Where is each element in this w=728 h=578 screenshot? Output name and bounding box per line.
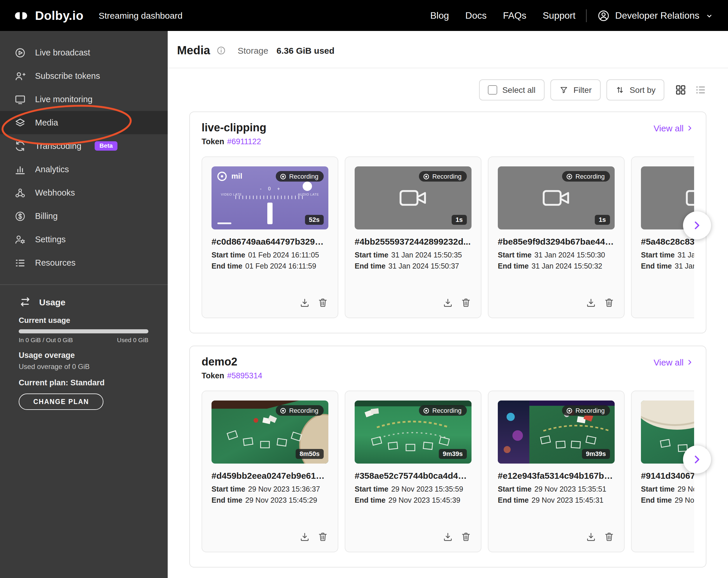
media-thumbnail[interactable]: Recording 9m39s — [498, 401, 615, 464]
download-button[interactable] — [586, 297, 597, 308]
download-icon — [299, 531, 310, 542]
stream-id: #358ae52c75744b0ca4d4ec... — [355, 471, 471, 480]
sidebar-item-resources[interactable]: Resources — [0, 251, 168, 274]
media-layers-icon — [14, 116, 26, 129]
download-button[interactable] — [442, 297, 453, 308]
media-thumbnail[interactable]: Recording 8m50s — [211, 401, 328, 464]
start-time-value: 01 Feb 2024 16:11:05 — [248, 251, 319, 259]
start-time-label: Start time — [355, 485, 388, 493]
dashboard-subtitle: Streaming dashboard — [99, 10, 183, 21]
record-icon — [280, 407, 286, 414]
view-all-label: View all — [653, 123, 683, 133]
media-card[interactable]: Recording 9m39s #358ae52c75744b0ca4d4ec.… — [345, 391, 482, 552]
start-time-value: 29 Nov 2023 15:36:37 — [248, 485, 320, 493]
dolby-logo[interactable]: Dolby.io — [12, 8, 83, 23]
list-view-icon — [695, 84, 706, 96]
nav-docs[interactable]: Docs — [465, 10, 487, 21]
start-time-value: 29 Nov 2023 15:35:59 — [391, 485, 463, 493]
info-icon[interactable] — [216, 46, 226, 55]
user-icon — [597, 9, 610, 22]
download-button[interactable] — [586, 531, 597, 542]
sidebar: Live broadcast Subscribe tokens Live mon… — [0, 31, 168, 578]
chevron-down-icon — [705, 11, 714, 20]
sort-by-label: Sort by — [629, 85, 655, 94]
start-time-label: Start time — [211, 251, 245, 259]
view-all-label: View all — [653, 357, 683, 367]
sidebar-item-webhooks[interactable]: Webhooks — [0, 181, 168, 204]
change-plan-button[interactable]: CHANGE PLAN — [19, 393, 104, 410]
recording-badge: Recording — [276, 171, 324, 182]
video-camera-icon — [396, 181, 430, 215]
media-thumbnail[interactable]: Recording 1s — [355, 166, 471, 229]
media-card[interactable]: Recording 1s #4bb25559372442899232d... S… — [345, 157, 482, 318]
token-label: Token — [202, 137, 224, 146]
delete-button[interactable] — [461, 531, 471, 542]
delete-button[interactable] — [317, 531, 328, 542]
account-menu[interactable]: Developer Relations — [597, 9, 714, 22]
sidebar-item-analytics[interactable]: Analytics — [0, 158, 168, 181]
token-link[interactable]: #5895314 — [227, 371, 262, 380]
media-thumbnail[interactable]: Recording 9m39s — [355, 401, 471, 464]
thumbnail-brand-text: mil — [231, 172, 242, 181]
download-button[interactable] — [442, 531, 453, 542]
recording-badge: Recording — [562, 171, 610, 182]
monitor-icon — [14, 93, 26, 105]
nav-blog[interactable]: Blog — [430, 10, 449, 21]
view-all-link[interactable]: View all — [653, 123, 694, 133]
grid-view-icon — [675, 84, 686, 96]
current-plan: Current plan: Standard — [19, 378, 149, 387]
duration-badge: 1s — [595, 215, 610, 225]
scroll-right-button[interactable] — [683, 445, 711, 473]
record-icon — [423, 407, 430, 414]
select-all-checkbox[interactable] — [488, 85, 497, 94]
sidebar-item-media[interactable]: Media — [0, 111, 168, 134]
nav-faqs[interactable]: FAQs — [503, 10, 526, 21]
download-button[interactable] — [299, 531, 310, 542]
start-time-label: Start time — [641, 485, 675, 493]
media-thumbnail[interactable]: Recording 1s — [498, 166, 615, 229]
media-card[interactable]: mil - 0 + VIDEO LATE AUDIO LATE — [202, 157, 338, 318]
select-all-button[interactable]: Select all — [479, 79, 544, 101]
duration-badge: 52s — [305, 215, 324, 225]
stream-id: #4bb25559372442899232d... — [355, 237, 471, 246]
list-view-button[interactable] — [695, 84, 706, 96]
video-camera-icon — [682, 181, 694, 215]
token-link[interactable]: #6911122 — [227, 137, 261, 146]
view-all-link[interactable]: View all — [653, 357, 694, 367]
sort-by-button[interactable]: Sort by — [606, 79, 664, 101]
filter-button[interactable]: Filter — [550, 79, 600, 101]
delete-button[interactable] — [603, 297, 615, 308]
transfer-arrows-icon — [19, 296, 31, 308]
recording-badge: Recording — [562, 405, 610, 416]
end-time-value: 29 Nov 2023 15:45:39 — [389, 496, 461, 504]
sort-icon — [615, 85, 624, 94]
dolby-double-d-icon — [12, 9, 30, 22]
scroll-right-button[interactable] — [683, 211, 711, 239]
sidebar-item-settings[interactable]: Settings — [0, 228, 168, 251]
delete-button[interactable] — [317, 297, 328, 308]
end-time-label: End time — [211, 496, 242, 504]
media-thumbnail[interactable]: mil - 0 + VIDEO LATE AUDIO LATE — [211, 166, 328, 229]
download-icon — [586, 297, 597, 308]
nav-support[interactable]: Support — [543, 10, 575, 21]
sidebar-item-live-monitoring[interactable]: Live monitoring — [0, 88, 168, 111]
sidebar-item-live-broadcast[interactable]: Live broadcast — [0, 41, 168, 64]
sidebar-item-transcoding[interactable]: Transcoding Beta — [0, 134, 168, 158]
thumbnail-slider — [267, 202, 272, 224]
token-label: Token — [202, 371, 224, 380]
delete-button[interactable] — [461, 297, 471, 308]
media-card[interactable]: Recording 1s #be85e9f9d3294b67bae445... … — [488, 157, 625, 318]
media-card[interactable]: #5a48c28c836 Start time31 Jan 2 End time… — [631, 157, 694, 318]
start-time-label: Start time — [498, 485, 531, 493]
media-card[interactable]: Recording 8m50s #d459bb2eea0247eb9e613a.… — [202, 391, 338, 552]
download-button[interactable] — [299, 297, 310, 308]
sidebar-item-subscribe-tokens[interactable]: Subscribe tokens — [0, 64, 168, 88]
delete-button[interactable] — [603, 531, 615, 542]
sidebar-item-billing[interactable]: Billing — [0, 204, 168, 228]
app: Dolby.io Streaming dashboard Blog Docs F… — [0, 0, 728, 578]
media-card[interactable]: #9141d340670 Start time29 Nov 2 End time… — [631, 391, 694, 552]
grid-view-button[interactable] — [675, 84, 686, 96]
media-card[interactable]: Recording 9m39s #e12e943fa5314c94b167bd.… — [488, 391, 625, 552]
end-time-label: End time — [355, 496, 386, 504]
start-time-value: 31 Jan 2 — [677, 251, 694, 259]
